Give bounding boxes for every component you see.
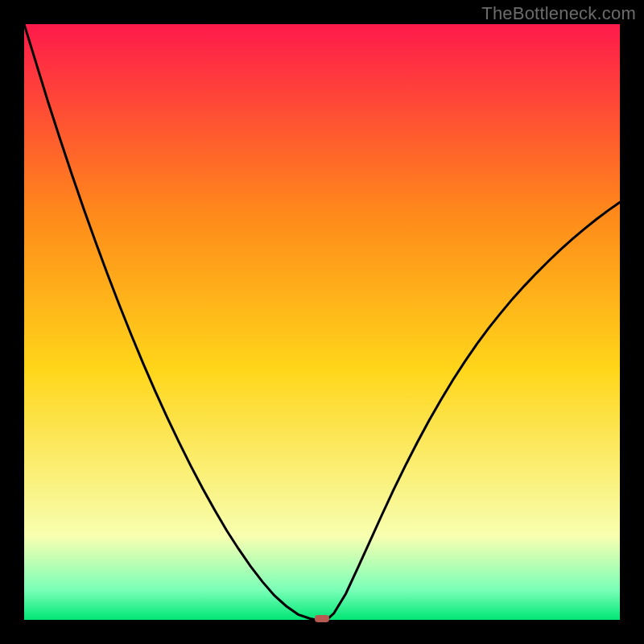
chart-frame: TheBottleneck.com [0,0,644,644]
optimal-marker [315,615,329,622]
attribution-label: TheBottleneck.com [481,3,636,24]
bottleneck-chart [24,24,620,620]
chart-background [24,24,620,620]
